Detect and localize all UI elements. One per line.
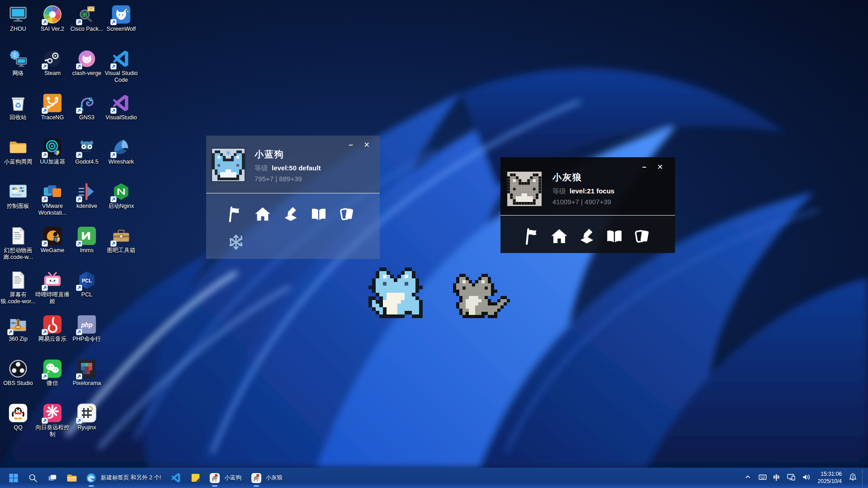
desktop-icon-traceng[interactable]: TraceNG: [35, 92, 70, 136]
desktop-icon-bili[interactable]: 哔哩哔哩直播姬: [35, 269, 70, 314]
desktop-icon-lmms[interactable]: lmms: [70, 225, 104, 269]
desktop-icon-zip360[interactable]: 360360 Zip: [1, 314, 35, 358]
desktop-icon-document[interactable]: 屏幕有狼.code-wor...: [1, 269, 35, 314]
vscode-icon: [111, 49, 131, 69]
file-explorer-button[interactable]: [63, 469, 81, 487]
desktop-icon-cisco[interactable]: Cisco Pack...: [70, 4, 104, 48]
tray-date: 2025/10/4: [818, 478, 842, 485]
sign-action-icon[interactable]: [578, 227, 596, 247]
edge-window-label: 新建标签页 和另外 2 个!: [101, 474, 161, 482]
start-button[interactable]: [5, 469, 23, 487]
minimize-button[interactable]: –: [349, 141, 353, 149]
desktop-icon-clash[interactable]: clash-verge: [70, 48, 104, 92]
pcl-icon: PCL: [77, 270, 97, 290]
desktop-icon-vscode[interactable]: Visual Studio Code: [104, 48, 138, 92]
recyclebin-icon: ♻: [8, 93, 28, 113]
monitor-icon: [8, 5, 28, 24]
task-view-button[interactable]: [43, 469, 61, 487]
cards-action-icon[interactable]: [633, 227, 651, 247]
hidden-icons-button[interactable]: [741, 469, 755, 487]
desktop-icon-screenwolf[interactable]: ScreenWolf: [104, 4, 138, 48]
minimize-button[interactable]: –: [642, 164, 646, 171]
desktop-icon-document[interactable]: 幻想动物画廊.code-w...: [1, 225, 35, 269]
desktop-pet-blue-dog[interactable]: [368, 267, 434, 318]
desktop-icon-sunflower[interactable]: 向日葵远程控制: [35, 402, 70, 446]
desktop-pet-grey-wolf[interactable]: [453, 274, 510, 318]
shortcut-arrow-icon: [76, 63, 82, 70]
desktop-icon-pcl[interactable]: PCLPCL: [70, 269, 104, 314]
desktop-icon-monitor[interactable]: ZHOU: [1, 4, 35, 48]
clock[interactable]: 15:31:06 2025/10/4: [814, 471, 845, 485]
book-action-icon[interactable]: [310, 206, 327, 225]
desktop-icon-steam[interactable]: Steam: [35, 48, 70, 92]
desktop-icon-nginx[interactable]: 启动Nginx: [104, 181, 138, 225]
show-desktop-strip[interactable]: [862, 469, 864, 487]
desktop-icon-colorwheel[interactable]: SAI Ver.2: [35, 4, 70, 48]
desktop-icon-kdenlive[interactable]: kdenlive: [70, 181, 104, 225]
notification-bell-button[interactable]: Z: [845, 469, 860, 487]
desktop-icon-label: VisualStudio: [103, 114, 139, 121]
desktop-icon-label: OBS Studio: [0, 380, 36, 387]
pet-window-button-blue-dog[interactable]: 小蓝狗: [206, 469, 246, 487]
stickynote-pinned-button[interactable]: [186, 469, 204, 487]
desktop-icon-wegame[interactable]: WeGame: [35, 225, 70, 269]
desktop-icon-gns3[interactable]: GNS3: [70, 92, 104, 136]
pet-level: 等级level:50 default: [255, 164, 321, 173]
shortcut-arrow-icon: [42, 240, 48, 247]
svg-text:Z: Z: [852, 475, 854, 478]
desktop-icon-pixelorama[interactable]: Pixelorama: [70, 358, 104, 402]
flag-action-icon[interactable]: [523, 227, 541, 247]
touch-keyboard-button[interactable]: [755, 469, 770, 487]
shortcut-arrow-icon: [42, 19, 48, 25]
shortcut-arrow-icon: [110, 240, 117, 247]
desktop-icon-vmware[interactable]: VMware Workstati...: [35, 181, 70, 225]
desktop-icon-label: QQ: [0, 424, 36, 431]
home-action-icon[interactable]: [550, 227, 568, 247]
volume-button[interactable]: [799, 469, 814, 487]
desktop-icon-wechat[interactable]: 微信: [35, 358, 70, 402]
sticky-note-icon: [189, 472, 201, 484]
desktop-icon-uu[interactable]: UU加速器: [35, 136, 70, 181]
pet-avatar-blue-dog: [211, 148, 245, 182]
desktop-icon-controlpanel[interactable]: 控制面板: [1, 181, 35, 225]
close-button[interactable]: ✕: [364, 141, 370, 149]
bell-dnd-icon: Z: [849, 473, 857, 483]
desktop-icon-php[interactable]: phpPHP命令行: [70, 314, 104, 358]
desktop-icon-ryujinx[interactable]: Ryujinx: [70, 402, 104, 446]
ryujinx-icon: [77, 403, 97, 423]
cast-device-button[interactable]: [783, 469, 799, 487]
desktop-icon-obs[interactable]: OBS Studio: [1, 358, 35, 402]
search-button[interactable]: [24, 469, 42, 487]
pixelorama-icon: [77, 359, 97, 379]
desktop-icon-qq[interactable]: QQ: [1, 402, 35, 446]
desktop-icon-label: PHP命令行: [69, 336, 105, 343]
desktop-icon-wireshark[interactable]: Wireshark: [104, 136, 138, 181]
taskbar: 新建标签页 和另外 2 个! 小蓝狗 小灰狼 中 15:31:06 2025/1…: [0, 468, 868, 488]
desktop-icon-network[interactable]: 网络: [1, 48, 35, 92]
ime-indicator[interactable]: 中: [770, 469, 783, 487]
home-action-icon[interactable]: [254, 206, 271, 225]
sign-action-icon[interactable]: [282, 206, 299, 225]
vscode-pinned-button[interactable]: [167, 469, 185, 487]
shortcut-arrow-icon: [76, 108, 82, 114]
desktop-icon-label: Pixelorama: [69, 380, 105, 387]
shortcut-arrow-icon: [110, 63, 117, 70]
shortcut-arrow-icon: [110, 19, 117, 25]
desktop-icon-visualstudio[interactable]: VisualStudio: [104, 92, 138, 136]
desktop-icon-folder[interactable]: 小蓝狗周周: [1, 136, 35, 181]
edge-window-button[interactable]: 新建标签页 和另外 2 个!: [82, 469, 165, 487]
desktop-icon-label: 哔哩哔哩直播姬: [34, 291, 71, 305]
pet-level: 等级level:21 focus: [552, 187, 614, 196]
pet-avatar-grey-wolf: [506, 171, 542, 207]
close-button[interactable]: ✕: [657, 164, 663, 171]
wireshark-icon: [111, 137, 131, 157]
pet-window-button-grey-wolf[interactable]: 小灰狼: [247, 469, 288, 487]
godot-icon: [77, 137, 97, 157]
flag-action-icon[interactable]: [226, 206, 243, 225]
desktop-icon-recyclebin[interactable]: ♻回收站: [1, 92, 35, 136]
cards-action-icon[interactable]: [338, 206, 355, 225]
desktop-icon-netease[interactable]: 网易云音乐: [35, 314, 70, 358]
desktop-icon-godot[interactable]: Godot4.5: [70, 136, 104, 181]
desktop-icon-toolbox[interactable]: 图吧工具箱: [104, 225, 138, 269]
book-action-icon[interactable]: [605, 227, 623, 247]
